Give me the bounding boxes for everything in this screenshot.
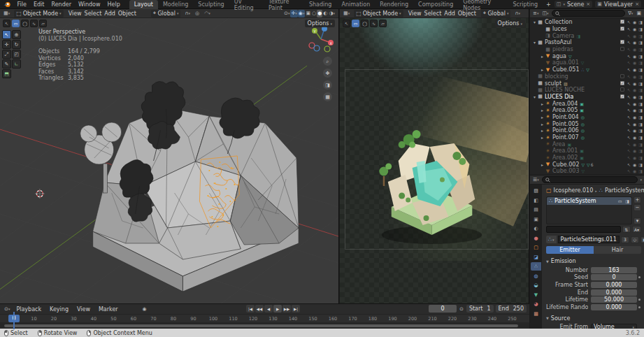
disable-render-toggle-icon[interactable]: ◨ — [638, 135, 643, 140]
menu-help[interactable]: Help — [103, 1, 123, 8]
outliner-row[interactable]: ▸▼agua▽↖◉◨ — [530, 52, 644, 59]
collection-checkbox[interactable]: ✓ — [620, 40, 624, 44]
select-toggle-icon[interactable]: ↖ — [627, 47, 631, 52]
tab-tool[interactable]: ▨ — [531, 187, 541, 195]
frame-end-field[interactable]: End250 — [496, 305, 527, 313]
select-toggle-icon[interactable]: ↖ — [627, 115, 631, 120]
hair-tab[interactable]: Hair — [594, 246, 641, 254]
users-count-button[interactable]: 3 — [621, 236, 629, 243]
snap-magnet-icon[interactable]: ∩▾ — [184, 10, 191, 17]
falloff-icon[interactable]: ◠▾ — [203, 10, 211, 17]
zoom-icon[interactable]: ⌕ — [323, 57, 332, 66]
disable-render-toggle-icon[interactable]: ◨ — [638, 94, 643, 99]
editor-type-icon[interactable]: ▦▾ — [3, 10, 10, 17]
expand-icon[interactable]: ▸ — [540, 54, 545, 59]
select-toggle-icon[interactable]: ↖ — [627, 54, 631, 59]
tab-render[interactable]: ◧ — [531, 196, 541, 205]
shading-solid-icon[interactable]: ● — [317, 10, 322, 17]
navigation-gizmo[interactable]: XY — [308, 26, 334, 52]
expand-icon[interactable]: ▾ — [532, 94, 537, 99]
hide-viewport-toggle-icon[interactable]: ◉ — [633, 101, 636, 106]
cursor-tool-button[interactable]: ▱ — [379, 20, 387, 27]
collection-checkbox[interactable] — [620, 47, 624, 51]
view-layer-selector[interactable]: ▣ ViewLayer × — [595, 1, 641, 8]
disable-render-toggle-icon[interactable]: ◨ — [638, 54, 643, 59]
select-toggle-icon[interactable]: ↖ — [627, 162, 631, 167]
outliner-row[interactable]: ▸☀Point.005◎↖◉◨ — [530, 120, 644, 127]
timeline-ruler[interactable]: 0 01020304050607080901001101201301401501… — [0, 314, 529, 322]
select-circle-tool-button[interactable]: ◯ — [361, 20, 368, 27]
value-field[interactable]: 0.000 — [591, 304, 637, 310]
new-datablock-icon[interactable]: ▣ — [641, 236, 644, 243]
expand-icon[interactable]: ▸ — [540, 122, 545, 127]
outliner-row[interactable]: ☀Area▣↖◉◨ — [530, 141, 644, 148]
timeline-menu-view[interactable]: View — [76, 306, 92, 313]
disable-render-toggle-icon[interactable]: ◨ — [638, 128, 643, 133]
viewport-menu-view[interactable]: View — [407, 10, 423, 17]
tab-object-data[interactable]: ▼ — [531, 291, 541, 299]
workspace-tab-rendering[interactable]: Rendering — [375, 0, 413, 9]
tweak-tool-button[interactable]: ↖ — [343, 20, 350, 27]
hide-viewport-toggle-icon[interactable]: ◉ — [633, 94, 636, 99]
shading-material-icon[interactable]: ◐ — [322, 10, 328, 17]
invert-filter-icon[interactable]: ⇅ — [622, 226, 631, 233]
next-keyframe-button[interactable]: ▶▶ — [282, 305, 291, 313]
outliner-search-input[interactable] — [552, 10, 626, 17]
viewport-menu-select[interactable]: Select — [83, 10, 103, 17]
disable-render-toggle-icon[interactable]: ◨ — [638, 34, 643, 38]
value-field[interactable]: 50.000 — [591, 296, 637, 303]
tab-modifiers[interactable]: ◪ — [531, 253, 541, 261]
select-toggle-icon[interactable]: ↖ — [627, 142, 631, 147]
hide-viewport-toggle-icon[interactable]: ◉ — [633, 20, 636, 24]
proportional-edit-icon[interactable]: ◎ — [194, 10, 200, 17]
current-frame-field[interactable]: 0 — [429, 305, 457, 313]
disable-render-toggle-icon[interactable]: ◨ — [638, 47, 643, 52]
workspace-tab-animation[interactable]: Animation — [336, 0, 375, 9]
unlink-view-layer-icon[interactable]: × — [635, 1, 639, 7]
pan-hand-icon[interactable]: ✥ — [323, 69, 332, 78]
hide-viewport-toggle-icon[interactable]: ◉ — [633, 81, 636, 86]
timeline-menu-marker[interactable]: Marker — [97, 306, 120, 313]
hide-viewport-toggle-icon[interactable]: ◉ — [633, 155, 636, 160]
options-dropdown[interactable]: Options▾ — [305, 20, 335, 27]
workspace-tab-layout[interactable]: Layout — [129, 0, 158, 9]
select-lasso-tool-button[interactable]: ∿ — [30, 20, 38, 27]
select-lasso-tool-button[interactable]: ∿ — [370, 20, 378, 27]
options-dropdown[interactable]: Options▾ — [495, 20, 525, 27]
outliner-row[interactable]: ☀Area.001▣↖◉◨ — [530, 148, 644, 155]
outliner-row[interactable]: ▸☀Area.004▣↖◉◨ — [530, 100, 644, 107]
filter-icon[interactable]: ∇▾ — [627, 10, 634, 17]
expand-icon[interactable]: ▸ — [540, 101, 545, 106]
unlink-scene-icon[interactable]: × — [586, 1, 590, 7]
editor-type-icon[interactable]: ⊙▾ — [3, 306, 10, 313]
cursor-icon[interactable]: ⊕ — [12, 30, 21, 39]
snap-magnet-icon[interactable]: ∩▾ — [514, 10, 521, 17]
jump-to-end-button[interactable]: ▶| — [292, 305, 300, 313]
prev-keyframe-button[interactable]: ◀◀ — [255, 305, 264, 313]
select-toggle-icon[interactable]: ↖ — [627, 135, 631, 140]
workspace-tab-geometry-nodes[interactable]: Geometry Nodes — [458, 0, 508, 9]
outliner-row[interactable]: ▸▼Cube.002▽▽6↖◉◨ — [530, 161, 644, 168]
hide-viewport-toggle-icon[interactable]: ◉ — [633, 87, 636, 92]
outliner-row[interactable]: ▸☀Point.007◎↖◉◨ — [530, 134, 644, 141]
menu-window[interactable]: Window — [75, 1, 104, 8]
hide-viewport-toggle-icon[interactable]: ◉ — [633, 162, 636, 167]
particle-settings-icon[interactable]: ∴▾ — [546, 236, 557, 243]
disable-render-toggle-icon[interactable]: ◨ — [638, 74, 643, 79]
tab-view-layer[interactable]: ▣ — [531, 215, 541, 224]
render-display-icon[interactable]: ◨ — [625, 199, 629, 203]
add-workspace-button[interactable]: + — [543, 1, 554, 8]
play-reverse-button[interactable]: ◀ — [264, 305, 273, 313]
source-panel-header[interactable]: ▼ Source — [546, 315, 641, 322]
tab-physics[interactable]: ◍ — [531, 272, 541, 280]
tweak-tool-button[interactable]: ↖ — [3, 20, 10, 27]
disable-render-toggle-icon[interactable]: ◨ — [638, 155, 643, 160]
disable-render-toggle-icon[interactable]: ◨ — [638, 162, 643, 167]
jump-to-start-button[interactable]: |◀ — [246, 305, 255, 313]
select-toggle-icon[interactable]: ↖ — [627, 148, 631, 153]
emitter-tab[interactable]: Emitter — [546, 246, 594, 254]
collection-checkbox[interactable] — [620, 87, 624, 92]
outliner-row[interactable]: ▸☀Area.005▣↖◉◨ — [530, 107, 644, 114]
rotate-icon[interactable]: ↻ — [12, 40, 21, 49]
timeline-scrollbar[interactable] — [4, 324, 518, 327]
